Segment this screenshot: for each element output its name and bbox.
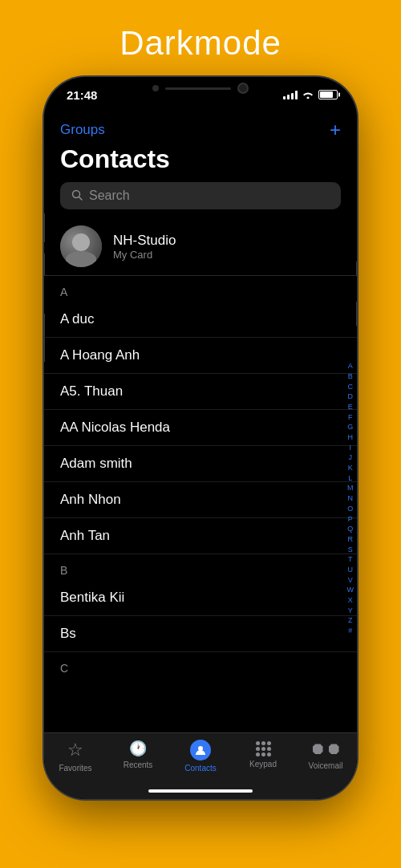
avatar bbox=[60, 225, 102, 267]
alpha-C[interactable]: C bbox=[348, 383, 354, 392]
favorites-icon: ☆ bbox=[67, 740, 83, 761]
alpha-F[interactable]: F bbox=[348, 413, 353, 423]
contact-name: Adam smith bbox=[60, 456, 132, 471]
contact-list: NH-Studio My Card A A duc A Hoang Anh A5… bbox=[44, 217, 357, 732]
groups-button[interactable]: Groups bbox=[60, 122, 105, 138]
contact-name: Anh Nhon bbox=[60, 492, 121, 507]
signal-bar-4 bbox=[295, 91, 298, 99]
alpha-Q[interactable]: Q bbox=[347, 525, 353, 534]
signal-icon bbox=[283, 90, 298, 99]
voicemail-icon: ⏺⏺ bbox=[310, 740, 342, 758]
tab-voicemail[interactable]: ⏺⏺ Voicemail bbox=[294, 740, 357, 770]
signal-bar-1 bbox=[283, 96, 286, 99]
recents-icon: 🕐 bbox=[129, 740, 147, 757]
list-item[interactable]: A Hoang Anh bbox=[44, 338, 357, 374]
keypad-icon bbox=[256, 741, 271, 756]
signal-bar-3 bbox=[291, 93, 294, 99]
contact-name: Bs bbox=[60, 626, 76, 641]
notch-camera bbox=[237, 83, 249, 94]
alpha-J[interactable]: J bbox=[349, 453, 353, 463]
alpha-I[interactable]: I bbox=[349, 444, 351, 453]
svg-line-1 bbox=[79, 197, 83, 200]
notch bbox=[136, 77, 265, 99]
alpha-N[interactable]: N bbox=[348, 494, 354, 504]
alpha-T[interactable]: T bbox=[348, 555, 353, 565]
tab-favorites[interactable]: ☆ Favorites bbox=[44, 740, 107, 773]
avatar-image bbox=[60, 225, 102, 267]
status-icons bbox=[283, 89, 338, 101]
list-item[interactable]: A duc bbox=[44, 302, 357, 338]
alpha-K[interactable]: K bbox=[348, 464, 353, 473]
alpha-R[interactable]: R bbox=[348, 535, 354, 545]
alpha-L[interactable]: L bbox=[348, 474, 352, 484]
page-title: Darkmode bbox=[119, 24, 282, 63]
list-item[interactable]: Anh Tan bbox=[44, 518, 357, 554]
contact-list-inner[interactable]: NH-Studio My Card A A duc A Hoang Anh A5… bbox=[44, 217, 357, 732]
alpha-X[interactable]: X bbox=[348, 596, 353, 606]
contact-name: A5. Thuan bbox=[60, 383, 123, 399]
keypad-label: Keypad bbox=[249, 760, 277, 769]
voicemail-label: Voicemail bbox=[309, 761, 343, 770]
alpha-O[interactable]: O bbox=[347, 505, 353, 514]
alpha-D[interactable]: D bbox=[348, 392, 354, 402]
contact-name: AA Nicolas Henda bbox=[60, 420, 170, 435]
contacts-icon-bg bbox=[190, 740, 211, 761]
wifi-icon bbox=[302, 89, 314, 101]
search-bar[interactable]: Search bbox=[60, 182, 341, 209]
alpha-A[interactable]: A bbox=[348, 362, 353, 371]
signal-bar-2 bbox=[287, 95, 290, 99]
my-card-subtitle: My Card bbox=[113, 249, 176, 261]
battery-icon bbox=[318, 90, 338, 99]
alpha-E[interactable]: E bbox=[348, 403, 353, 412]
contacts-icon bbox=[194, 744, 207, 756]
contacts-title: Contacts bbox=[44, 144, 357, 182]
search-placeholder: Search bbox=[89, 189, 130, 203]
notch-dot-1 bbox=[152, 85, 159, 91]
alpha-W[interactable]: W bbox=[347, 586, 354, 595]
search-icon bbox=[71, 189, 83, 203]
favorites-label: Favorites bbox=[59, 764, 91, 773]
app-content: Groups + Contacts Search bbox=[44, 112, 357, 799]
battery-fill bbox=[320, 91, 333, 98]
nav-bar: Groups + bbox=[44, 112, 357, 144]
tab-contacts[interactable]: Contacts bbox=[169, 740, 232, 773]
section-header-b: B bbox=[44, 554, 357, 580]
my-card-info: NH-Studio My Card bbox=[113, 233, 176, 261]
my-card-name: NH-Studio bbox=[113, 233, 176, 249]
tab-recents[interactable]: 🕐 Recents bbox=[107, 740, 169, 769]
list-item[interactable]: Adam smith bbox=[44, 446, 357, 482]
alpha-Y[interactable]: Y bbox=[348, 606, 353, 616]
section-header-a: A bbox=[44, 276, 357, 302]
contacts-label: Contacts bbox=[184, 764, 216, 773]
alpha-hash[interactable]: # bbox=[348, 627, 352, 636]
status-bar: 21:48 bbox=[44, 77, 357, 112]
section-header-c: C bbox=[44, 652, 357, 678]
list-item[interactable]: A5. Thuan bbox=[44, 374, 357, 410]
tab-keypad[interactable]: Keypad bbox=[232, 740, 294, 769]
alpha-V[interactable]: V bbox=[348, 576, 353, 586]
alpha-Z[interactable]: Z bbox=[348, 616, 353, 626]
alphabet-index: A B C D E F G H I J K L M N O P Q R S T bbox=[347, 266, 354, 732]
alpha-P[interactable]: P bbox=[348, 515, 353, 525]
contact-name: Anh Tan bbox=[60, 528, 110, 543]
list-item[interactable]: AA Nicolas Henda bbox=[44, 410, 357, 446]
contact-name: A Hoang Anh bbox=[60, 347, 140, 363]
list-item[interactable]: Bentika Kii bbox=[44, 580, 357, 616]
contact-name: A duc bbox=[60, 311, 95, 327]
recents-label: Recents bbox=[124, 761, 153, 769]
notch-line bbox=[165, 87, 231, 90]
my-card-row[interactable]: NH-Studio My Card bbox=[44, 217, 357, 276]
add-contact-button[interactable]: + bbox=[330, 119, 341, 141]
home-indicator bbox=[148, 789, 253, 793]
phone-frame: 21:48 bbox=[44, 77, 357, 799]
list-item[interactable]: Bs bbox=[44, 616, 357, 652]
contact-name: Bentika Kii bbox=[60, 590, 124, 605]
alpha-G[interactable]: G bbox=[347, 423, 353, 432]
alpha-B[interactable]: B bbox=[348, 372, 353, 382]
alpha-S[interactable]: S bbox=[348, 546, 353, 555]
alpha-U[interactable]: U bbox=[348, 566, 354, 575]
alpha-H[interactable]: H bbox=[348, 433, 354, 443]
alpha-M[interactable]: M bbox=[347, 484, 354, 493]
list-item[interactable]: Anh Nhon bbox=[44, 482, 357, 518]
status-time: 21:48 bbox=[67, 88, 97, 102]
